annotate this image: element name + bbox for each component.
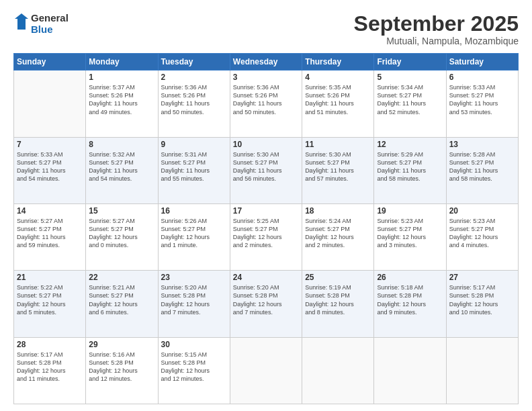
day-number: 22	[89, 273, 154, 282]
day-number: 11	[305, 140, 371, 149]
location-subtitle: Mutuali, Nampula, Mozambique	[354, 36, 519, 46]
table-row: 11Sunrise: 5:30 AM Sunset: 5:27 PM Dayli…	[302, 137, 374, 203]
col-tuesday: Tuesday	[158, 54, 230, 71]
table-row: 2Sunrise: 5:36 AM Sunset: 5:26 PM Daylig…	[158, 71, 230, 137]
day-info: Sunrise: 5:36 AM Sunset: 5:26 PM Dayligh…	[233, 83, 299, 116]
day-info: Sunrise: 5:31 AM Sunset: 5:27 PM Dayligh…	[161, 150, 227, 183]
day-info: Sunrise: 5:30 AM Sunset: 5:27 PM Dayligh…	[233, 150, 299, 183]
day-number: 28	[17, 340, 83, 349]
day-number: 23	[161, 273, 227, 282]
day-number: 27	[449, 273, 515, 282]
logo: General Blue	[13, 12, 69, 36]
table-row: 21Sunrise: 5:22 AM Sunset: 5:27 PM Dayli…	[14, 271, 86, 337]
month-title: September 2025	[354, 12, 519, 36]
day-number: 1	[89, 73, 154, 82]
day-info: Sunrise: 5:33 AM Sunset: 5:27 PM Dayligh…	[17, 150, 83, 183]
day-number: 29	[89, 340, 154, 349]
day-info: Sunrise: 5:26 AM Sunset: 5:27 PM Dayligh…	[161, 217, 227, 250]
day-info: Sunrise: 5:23 AM Sunset: 5:27 PM Dayligh…	[449, 217, 515, 250]
header: General Blue September 2025 Mutuali, Nam…	[13, 12, 519, 46]
day-number: 15	[89, 206, 154, 216]
table-row: 17Sunrise: 5:25 AM Sunset: 5:27 PM Dayli…	[230, 203, 302, 270]
calendar-week-row: 28Sunrise: 5:17 AM Sunset: 5:28 PM Dayli…	[14, 337, 519, 404]
day-info: Sunrise: 5:22 AM Sunset: 5:27 PM Dayligh…	[17, 283, 83, 316]
calendar-header-row: Sunday Monday Tuesday Wednesday Thursday…	[14, 54, 519, 71]
col-saturday: Saturday	[446, 54, 518, 71]
table-row: 27Sunrise: 5:17 AM Sunset: 5:28 PM Dayli…	[446, 271, 518, 337]
col-sunday: Sunday	[14, 54, 86, 71]
table-row: 4Sunrise: 5:35 AM Sunset: 5:26 PM Daylig…	[302, 71, 374, 137]
day-number: 3	[233, 73, 299, 82]
day-number: 8	[89, 140, 154, 149]
day-info: Sunrise: 5:25 AM Sunset: 5:27 PM Dayligh…	[233, 217, 299, 250]
day-info: Sunrise: 5:27 AM Sunset: 5:27 PM Dayligh…	[89, 217, 154, 250]
day-number: 2	[161, 73, 227, 82]
day-info: Sunrise: 5:32 AM Sunset: 5:27 PM Dayligh…	[89, 150, 154, 183]
day-number: 25	[305, 273, 371, 282]
day-info: Sunrise: 5:34 AM Sunset: 5:27 PM Dayligh…	[377, 83, 443, 116]
day-info: Sunrise: 5:18 AM Sunset: 5:28 PM Dayligh…	[377, 283, 443, 316]
day-number: 6	[449, 73, 515, 82]
table-row: 30Sunrise: 5:15 AM Sunset: 5:28 PM Dayli…	[158, 337, 230, 404]
logo-general: General	[31, 12, 69, 24]
day-number: 4	[305, 73, 371, 82]
day-info: Sunrise: 5:35 AM Sunset: 5:26 PM Dayligh…	[305, 83, 371, 116]
logo-svg	[13, 12, 30, 31]
table-row: 29Sunrise: 5:16 AM Sunset: 5:28 PM Dayli…	[86, 337, 158, 404]
table-row: 14Sunrise: 5:27 AM Sunset: 5:27 PM Dayli…	[14, 203, 86, 270]
table-row: 15Sunrise: 5:27 AM Sunset: 5:27 PM Dayli…	[86, 203, 158, 270]
calendar-week-row: 21Sunrise: 5:22 AM Sunset: 5:27 PM Dayli…	[14, 271, 519, 337]
logo-blue: Blue	[31, 24, 69, 35]
day-number: 26	[377, 273, 443, 282]
table-row: 12Sunrise: 5:29 AM Sunset: 5:27 PM Dayli…	[374, 137, 446, 203]
table-row: 23Sunrise: 5:20 AM Sunset: 5:28 PM Dayli…	[158, 271, 230, 337]
table-row: 16Sunrise: 5:26 AM Sunset: 5:27 PM Dayli…	[158, 203, 230, 270]
day-number: 12	[377, 140, 443, 149]
table-row: 28Sunrise: 5:17 AM Sunset: 5:28 PM Dayli…	[14, 337, 86, 404]
day-number: 19	[377, 206, 443, 216]
table-row: 22Sunrise: 5:21 AM Sunset: 5:27 PM Dayli…	[86, 271, 158, 337]
calendar-week-row: 1Sunrise: 5:37 AM Sunset: 5:26 PM Daylig…	[14, 71, 519, 137]
day-info: Sunrise: 5:29 AM Sunset: 5:27 PM Dayligh…	[377, 150, 443, 183]
title-block: September 2025 Mutuali, Nampula, Mozambi…	[354, 12, 519, 46]
table-row: 6Sunrise: 5:33 AM Sunset: 5:27 PM Daylig…	[446, 71, 518, 137]
day-number: 18	[305, 206, 371, 216]
day-info: Sunrise: 5:19 AM Sunset: 5:28 PM Dayligh…	[305, 283, 371, 316]
calendar-table: Sunday Monday Tuesday Wednesday Thursday…	[13, 53, 519, 404]
day-number: 24	[233, 273, 299, 282]
table-row: 18Sunrise: 5:24 AM Sunset: 5:27 PM Dayli…	[302, 203, 374, 270]
day-info: Sunrise: 5:36 AM Sunset: 5:26 PM Dayligh…	[161, 83, 227, 116]
table-row: 26Sunrise: 5:18 AM Sunset: 5:28 PM Dayli…	[374, 271, 446, 337]
day-info: Sunrise: 5:28 AM Sunset: 5:27 PM Dayligh…	[449, 150, 515, 183]
day-number: 13	[449, 140, 515, 149]
table-row: 9Sunrise: 5:31 AM Sunset: 5:27 PM Daylig…	[158, 137, 230, 203]
day-info: Sunrise: 5:16 AM Sunset: 5:28 PM Dayligh…	[89, 351, 154, 383]
table-row	[14, 71, 86, 137]
col-thursday: Thursday	[302, 54, 374, 71]
day-info: Sunrise: 5:21 AM Sunset: 5:27 PM Dayligh…	[89, 283, 154, 316]
col-friday: Friday	[374, 54, 446, 71]
col-wednesday: Wednesday	[230, 54, 302, 71]
table-row: 19Sunrise: 5:23 AM Sunset: 5:27 PM Dayli…	[374, 203, 446, 270]
day-number: 9	[161, 140, 227, 149]
table-row: 20Sunrise: 5:23 AM Sunset: 5:27 PM Dayli…	[446, 203, 518, 270]
page: General Blue September 2025 Mutuali, Nam…	[0, 0, 532, 411]
day-info: Sunrise: 5:23 AM Sunset: 5:27 PM Dayligh…	[377, 217, 443, 250]
day-number: 5	[377, 73, 443, 82]
table-row	[230, 337, 302, 404]
table-row: 25Sunrise: 5:19 AM Sunset: 5:28 PM Dayli…	[302, 271, 374, 337]
table-row	[374, 337, 446, 404]
day-number: 30	[161, 340, 227, 349]
table-row: 10Sunrise: 5:30 AM Sunset: 5:27 PM Dayli…	[230, 137, 302, 203]
day-number: 17	[233, 206, 299, 216]
svg-marker-0	[15, 13, 28, 30]
day-number: 20	[449, 206, 515, 216]
table-row	[446, 337, 518, 404]
table-row: 7Sunrise: 5:33 AM Sunset: 5:27 PM Daylig…	[14, 137, 86, 203]
day-info: Sunrise: 5:15 AM Sunset: 5:28 PM Dayligh…	[161, 351, 227, 383]
table-row: 24Sunrise: 5:20 AM Sunset: 5:28 PM Dayli…	[230, 271, 302, 337]
day-info: Sunrise: 5:30 AM Sunset: 5:27 PM Dayligh…	[305, 150, 371, 183]
day-info: Sunrise: 5:33 AM Sunset: 5:27 PM Dayligh…	[449, 83, 515, 116]
day-number: 14	[17, 206, 83, 216]
table-row: 5Sunrise: 5:34 AM Sunset: 5:27 PM Daylig…	[374, 71, 446, 137]
